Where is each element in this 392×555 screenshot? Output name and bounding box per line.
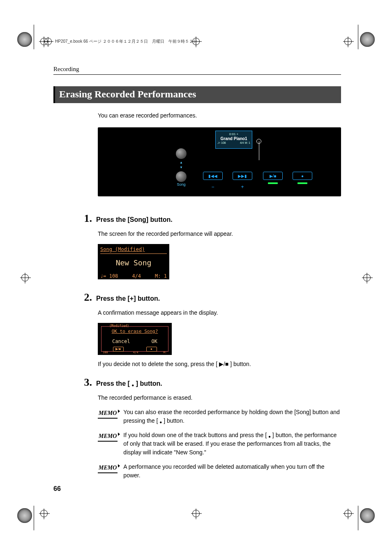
rewind-button-icon: ▮◀◀ xyxy=(203,172,223,180)
step-after-text: If you decide not to delete the song, pr… xyxy=(98,360,341,368)
page-number: 66 xyxy=(53,485,61,493)
step-title: Press the [+] button. xyxy=(96,294,160,304)
section-title: Erasing Recorded Performances xyxy=(53,86,341,103)
minus-label: − xyxy=(203,183,223,191)
lcd-top-line: Song (Modified) xyxy=(100,246,167,254)
callout-line xyxy=(259,141,259,160)
memo-badge: MEMO xyxy=(98,432,118,442)
lcd-bot-beat: 4/4 xyxy=(133,350,138,355)
print-header: HP207_e.book 66 ページ ２００６年１２月２５日 月曜日 午前９時… xyxy=(44,38,343,45)
step-body: The screen for the recorded performance … xyxy=(98,230,341,238)
lcd-question: OK to erase Song? xyxy=(101,327,168,335)
song-label: Song xyxy=(177,182,185,188)
memo-row: MEMO If you hold down one of the track b… xyxy=(98,431,341,457)
memo-text: You can also erase the recorded performa… xyxy=(123,408,341,425)
step-1: 1. Press the [Song] button. xyxy=(98,210,341,226)
instrument-panel-illustration: 0:01 + Grand Piano1 ♩= 108 4/4 M: 1 ▲▼ S… xyxy=(98,127,341,196)
print-sphere-icon xyxy=(360,32,375,47)
step-body: The recorded performance is erased. xyxy=(98,394,341,402)
dial-icon xyxy=(176,171,187,182)
registration-mark-icon xyxy=(344,38,352,45)
plus-label: + xyxy=(233,183,252,191)
step-number: 1. xyxy=(79,210,92,226)
print-sphere-icon xyxy=(360,508,375,523)
memo-row: MEMO A performance you recorded will be … xyxy=(98,463,341,480)
up-down-arrows-icon: ▲▼ xyxy=(180,160,183,170)
panel-lcd-line1: 0:01 + xyxy=(216,132,252,136)
registration-mark-icon xyxy=(363,274,371,281)
step-after-span: If you decide not to delete the song, pr… xyxy=(98,361,251,367)
crop-line xyxy=(358,25,358,49)
song-dial: ▲▼ Song xyxy=(176,148,187,188)
crop-line xyxy=(358,506,358,530)
step-body: A confirmation message appears in the di… xyxy=(98,309,341,317)
print-header-text: HP207_e.book 66 ページ ２００６年１２月２５日 月曜日 午前９時… xyxy=(55,39,197,44)
memo-badge: MEMO xyxy=(98,463,118,473)
print-sphere-icon xyxy=(17,32,32,47)
memo-text-before: If you hold down one of the track button… xyxy=(123,432,268,438)
panel-lcd: 0:01 + Grand Piano1 ♩= 108 4/4 M: 1 xyxy=(215,131,252,149)
lcd-beat: 4/4 xyxy=(132,272,141,280)
lcd-bot-measure: M: xyxy=(164,350,167,355)
transport-group-1: ▮◀◀ ▶▶▮ xyxy=(203,172,252,180)
memo-text-after: ] button. xyxy=(162,417,184,424)
panel-lcd-tempo: ♩= 108 xyxy=(217,141,226,145)
lcd-ok-option: OK xyxy=(152,338,157,345)
lcd-tempo: ♩= 108 xyxy=(100,272,118,280)
lcd-bot-tempo: 108 xyxy=(103,350,108,355)
registration-mark-icon xyxy=(44,38,52,45)
registration-mark-icon xyxy=(21,274,29,281)
step-number: 2. xyxy=(79,289,92,305)
crop-line xyxy=(34,506,34,530)
step-title-before: Press the [ xyxy=(96,380,131,387)
memo-text-before: You can also erase the recorded performa… xyxy=(123,409,339,424)
registration-mark-icon xyxy=(192,510,200,517)
step-2: 2. Press the [+] button. xyxy=(98,289,341,305)
step-title: Press the [ ] button. xyxy=(96,379,162,389)
indicator-bar xyxy=(297,182,307,184)
lcd-cancel-option: Cancel xyxy=(112,338,130,345)
header-rule xyxy=(53,74,341,75)
step-number: 3. xyxy=(79,374,92,390)
print-sphere-icon xyxy=(17,508,32,523)
indicator-bars xyxy=(263,179,312,187)
forward-button-icon: ▶▶▮ xyxy=(233,172,252,180)
running-header: Recording xyxy=(53,66,341,73)
plus-minus-row: − + xyxy=(203,183,252,191)
lcd-measure: M: 1 xyxy=(155,272,167,280)
intro-text: You can erase recorded performances. xyxy=(98,111,341,120)
panel-lcd-line2: Grand Piano1 xyxy=(216,136,252,141)
crop-line xyxy=(34,25,34,49)
registration-mark-icon xyxy=(40,510,48,517)
step-3: 3. Press the [ ] button. xyxy=(98,374,341,390)
play-stop-button-icon: ▶/■ xyxy=(263,172,283,180)
transport-group-2: ▶/■ ● xyxy=(263,172,312,180)
record-button-icon: ● xyxy=(293,172,312,180)
dial-icon xyxy=(176,148,187,159)
registration-mark-icon xyxy=(344,510,352,517)
lcd-confirm-erase: (Modified) OK to erase Song? Cancel OK ▶… xyxy=(98,323,172,355)
memo-badge: MEMO xyxy=(98,409,118,419)
step-title-after: ] button. xyxy=(134,380,162,387)
step-title: Press the [Song] button. xyxy=(96,215,173,225)
indicator-bar xyxy=(268,182,278,184)
lcd-song-name: New Song xyxy=(100,257,167,268)
memo-text: If you hold down one of the track button… xyxy=(123,431,341,457)
memo-row: MEMO You can also erase the recorded per… xyxy=(98,408,341,425)
panel-lcd-beat: 4/4 M: 1 xyxy=(240,141,250,145)
memo-text: A performance you recorded will be delet… xyxy=(123,463,341,480)
lcd-song-modified: Song (Modified) New Song ♩= 108 4/4 M: 1 xyxy=(98,244,169,279)
